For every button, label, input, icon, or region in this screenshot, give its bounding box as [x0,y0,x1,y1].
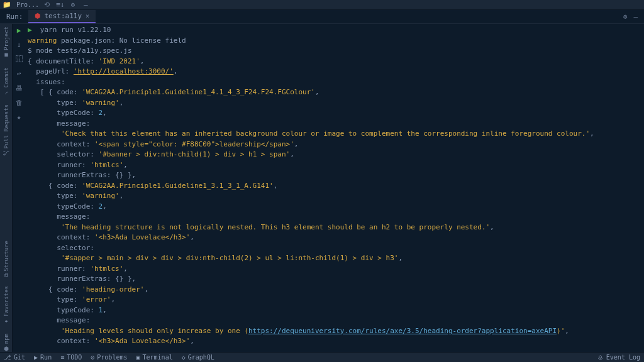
list-icon: ≡ [60,354,64,361]
rail-structure[interactable]: ⧉Structure [3,241,9,277]
rail-npm[interactable]: ⬢npm [3,334,9,352]
project-name: Pro... [16,1,39,8]
branch-icon: ⎇ [4,354,11,361]
trash-icon[interactable]: 🗑 [16,99,23,107]
bottom-problems[interactable]: ⊘Problems [91,354,127,361]
bottom-git[interactable]: ⎇Git [4,354,25,361]
title-bar: 📁 Pro... ⟲ ≡↓ ⚙ — [0,0,644,10]
rail-favorites[interactable]: ★Favorites [3,286,9,325]
close-icon[interactable]: × [86,13,89,19]
settings-icon[interactable]: ⚙ [70,1,75,9]
run-config-icon: ⬢ [35,12,41,20]
print-icon[interactable]: 🖶 [16,84,23,92]
run-tab[interactable]: ⬢ test:a11y × [28,10,96,23]
layout-icon[interactable]: ⿲ [16,55,23,63]
bottom-todo[interactable]: ≡TODO [60,354,82,361]
run-tab-bar: Run: ⬢ test:a11y × ⚙ — [0,10,644,24]
terminal-icon: ▣ [136,354,140,361]
bottom-run[interactable]: ▶Run [34,354,52,361]
run-label: Run: [1,13,28,21]
gear-icon[interactable]: ⚙ [623,13,628,21]
graphql-icon: ◇ [182,354,186,361]
run-console[interactable]: ▶ yarn run v1.22.10 warning package.json… [25,24,644,352]
run-tab-label: test:a11y [45,12,82,20]
left-tool-rail: ■Project ✓Commit ⎇Pull Requests ⧉Structu… [0,24,13,352]
bottom-terminal[interactable]: ▣Terminal [136,354,172,361]
warning-icon: ⊘ [91,354,94,361]
rail-commit[interactable]: ✓Commit [3,67,9,96]
bell-icon: 🕭 [597,354,604,361]
run-toolbar-icon[interactable]: ≡↓ [56,1,64,9]
refresh-icon[interactable]: ⟲ [44,1,50,9]
rail-project[interactable]: ■Project [3,26,9,58]
bottom-eventlog[interactable]: 🕭Event Log [597,354,640,361]
help-icon[interactable]: ★ [17,113,21,121]
hide-icon[interactable]: — [633,13,638,21]
bottom-graphql[interactable]: ◇GraphQL [182,354,214,361]
minimize-icon[interactable]: — [84,1,88,9]
bottom-tool-bar: ⎇Git ▶Run ≡TODO ⊘Problems ▣Terminal ◇Gra… [0,352,644,362]
play-icon[interactable]: ▶ [17,26,21,35]
folder-icon: 📁 [3,1,11,9]
stop-icon[interactable]: ↓ [17,41,21,49]
play-icon: ▶ [34,354,38,361]
run-gutter: ▶ ↓ ⿲ ↩ 🖶 🗑 ★ [13,24,25,352]
rail-pull-requests[interactable]: ⎇Pull Requests [3,104,9,156]
wrap-icon[interactable]: ↩ [17,70,21,78]
